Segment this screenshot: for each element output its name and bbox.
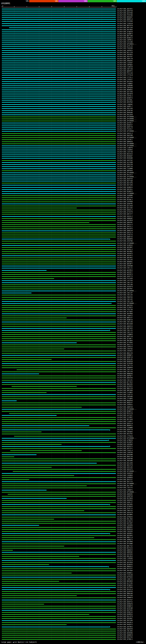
hit-row[interactable]: UniRef100_UPI0000...	[0, 491, 146, 493]
alignment-bar[interactable]	[2, 220, 116, 221]
hit-row[interactable]: UniRef100_UPI0000...	[0, 136, 146, 139]
alignment-bar[interactable]	[2, 521, 116, 522]
alignment-bar[interactable]	[2, 357, 116, 358]
alignment-bar[interactable]	[2, 452, 116, 453]
hit-row[interactable]: UniRef100_B6Q048	[0, 400, 146, 402]
hit-row[interactable]: UniRef100_B6T6T0	[0, 25, 146, 27]
hit-row[interactable]: UniRef100_UPI0001...	[0, 43, 146, 45]
hit-row[interactable]: UniRef100_A5DTT3	[0, 276, 146, 278]
hit-row[interactable]: UniRef100_Q4GVL2	[0, 216, 146, 218]
hit-row[interactable]: UniRef100_A7TEM3	[0, 342, 146, 344]
alignment-bar[interactable]	[2, 519, 54, 520]
alignment-bar[interactable]	[2, 465, 116, 466]
alignment-bar[interactable]	[2, 618, 116, 619]
hit-row[interactable]: UniRef100_A8Y0K3	[0, 626, 146, 628]
hit-row[interactable]: UniRef100_A0NBF8	[0, 597, 146, 599]
hit-row[interactable]: UniRef100_B9SK07	[0, 16, 146, 18]
hit-row[interactable]: UniRef100_B9RPL9	[0, 18, 146, 20]
alignment-bar[interactable]	[2, 193, 116, 194]
hit-row[interactable]: UniRef100_Q29F46	[0, 110, 146, 112]
hit-row[interactable]: UniRef100_P52917	[0, 128, 146, 130]
hit-row[interactable]: UniRef100_A0NGW2	[0, 218, 146, 220]
alignment-bar[interactable]	[2, 432, 41, 432]
alignment-bar[interactable]	[2, 172, 116, 173]
hit-row[interactable]: UniRef100_A6YM88	[0, 313, 146, 315]
hit-row[interactable]: UniRef100_A5W3U9	[0, 472, 146, 474]
hit-row[interactable]: UniRef100_Q5R7Y8	[0, 126, 146, 128]
alignment-bar[interactable]	[2, 234, 116, 235]
alignment-bar[interactable]	[2, 170, 116, 171]
alignment-bar[interactable]	[2, 104, 116, 105]
hit-row[interactable]: UniRef100_B3NV44	[0, 611, 146, 614]
alignment-bar[interactable]	[2, 297, 116, 298]
hit-row[interactable]: UniRef100_B4MAF6	[0, 603, 146, 605]
hit-row[interactable]: UniRef100_A6S173	[0, 344, 146, 346]
hit-row[interactable]: UniRef100_Q9A5L2	[0, 209, 146, 211]
hit-row[interactable]: UniRef100_P13023	[0, 306, 146, 309]
hit-row[interactable]: UniRef100_Q6EM75	[0, 70, 146, 72]
hit-row[interactable]: UniRef100_B7G9W6	[0, 543, 146, 545]
alignment-bar[interactable]	[2, 504, 109, 505]
alignment-bar[interactable]	[2, 90, 116, 90]
alignment-bar[interactable]	[2, 67, 116, 68]
alignment-bar[interactable]	[2, 334, 116, 335]
hit-row[interactable]: UniRef100_C4JND2	[0, 392, 146, 394]
hit-row[interactable]: UniRef100_C8VWZ2	[0, 350, 146, 352]
alignment-bar[interactable]	[2, 266, 116, 266]
alignment-bar[interactable]	[2, 144, 116, 144]
alignment-bar[interactable]	[2, 226, 116, 227]
alignment-bar[interactable]	[2, 152, 116, 152]
hit-row[interactable]: UniRef100_Q6C0H1	[0, 257, 146, 259]
alignment-bar[interactable]	[2, 129, 116, 130]
alignment-bar[interactable]	[2, 409, 116, 410]
alignment-bar[interactable]	[2, 11, 116, 12]
alignment-bar[interactable]	[2, 531, 116, 532]
hit-row[interactable]: UniRef100_Q4N069	[0, 476, 146, 478]
alignment-bar[interactable]	[10, 450, 82, 451]
alignment-bar[interactable]	[2, 463, 97, 464]
hit-row[interactable]: UniRef100_A5K5C9	[0, 512, 146, 514]
hit-row[interactable]: UniRef100_Q6ED36	[0, 377, 146, 379]
alignment-bar[interactable]	[2, 388, 116, 389]
alignment-bar[interactable]	[2, 535, 116, 536]
hit-row[interactable]: UniRef100_A9PCT0	[0, 58, 146, 60]
hit-row[interactable]: UniRef100_C4Y194	[0, 280, 146, 282]
alignment-bar[interactable]	[2, 361, 116, 362]
alignment-bar[interactable]	[2, 508, 116, 509]
alignment-bar[interactable]	[2, 428, 116, 428]
hit-row[interactable]: UniRef100_P00703	[0, 296, 146, 298]
hit-row[interactable]: UniRef100_A2C3X6	[0, 91, 146, 93]
alignment-bar[interactable]	[2, 195, 116, 196]
hit-row[interactable]: UniRef100_UPI0000...	[0, 172, 146, 174]
hit-row[interactable]: UniRef100_C1MXN9	[0, 558, 146, 560]
alignment-bar[interactable]	[2, 550, 13, 550]
alignment-bar[interactable]	[2, 46, 116, 46]
alignment-bar[interactable]	[2, 320, 116, 320]
hit-row[interactable]: UniRef100_B5FYQ0	[0, 180, 146, 182]
alignment-bar[interactable]	[2, 593, 116, 594]
hit-row[interactable]: UniRef100_A3CL03	[0, 466, 146, 468]
hit-row[interactable]: UniRef100_Q6BY33	[0, 236, 146, 238]
hit-row[interactable]: UniRef100_Q75WF7	[0, 338, 146, 340]
alignment-bar[interactable]	[2, 346, 116, 347]
hit-row[interactable]: UniRef100_B4XZL9	[0, 588, 146, 590]
alignment-bar[interactable]	[2, 348, 64, 349]
hit-row[interactable]: UniRef100_Q9V3G1	[0, 188, 146, 190]
alignment-bar[interactable]	[2, 587, 116, 588]
hit-row[interactable]: UniRef100_B9MBP1	[0, 354, 146, 356]
hit-row[interactable]: UniRef100_Q4G1L5	[0, 224, 146, 226]
alignment-bar[interactable]	[2, 342, 77, 343]
hit-row[interactable]: UniRef100_A9ZT82	[0, 160, 146, 162]
alignment-bar[interactable]	[2, 460, 116, 461]
alignment-bar[interactable]	[2, 58, 116, 59]
hit-row[interactable]: UniRef100_C6FI38	[0, 68, 146, 70]
hit-row[interactable]: UniRef100_C0PQX8	[0, 87, 146, 89]
alignment-bar[interactable]	[2, 60, 116, 61]
alignment-bar[interactable]	[2, 402, 116, 403]
hit-row[interactable]: UniRef100_B5S7R2	[0, 433, 146, 435]
hit-row[interactable]: UniRef100_B2W6T2	[0, 410, 146, 412]
hit-row[interactable]: UniRef100_C6EQB3	[0, 431, 146, 433]
alignment-bar[interactable]	[2, 181, 116, 182]
hit-row[interactable]: UniRef100_A8XDK1	[0, 532, 146, 534]
hit-row[interactable]: UniRef100_C8CL54	[0, 369, 146, 371]
